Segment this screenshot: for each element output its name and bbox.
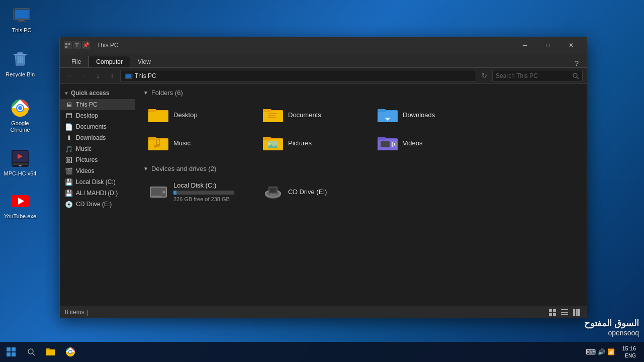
documents-sidebar-icon: 📄 <box>65 123 73 131</box>
svg-rect-66 <box>553 309 556 312</box>
folder-desktop[interactable]: Desktop <box>143 103 254 127</box>
desktop-icon-chrome[interactable]: Google Chrome <box>3 98 38 133</box>
drive-c-name: Local Disk (C:) <box>173 182 234 189</box>
recent-locations-button[interactable]: ↓ <box>92 70 104 82</box>
sidebar-thispc-label: This PC <box>76 101 98 108</box>
tray-icon-2[interactable]: 🔊 <box>598 348 605 355</box>
desktop-icon-recycle[interactable]: Recycle Bin <box>3 49 38 78</box>
title-bar-icons: 📌 <box>64 41 90 49</box>
svg-rect-52 <box>395 141 397 147</box>
sidebar-item-pictures[interactable]: 🖼 Pictures <box>60 154 135 165</box>
folders-section-label: Folders (6) <box>151 89 183 97</box>
folder-music[interactable]: Music <box>143 131 254 155</box>
watermark-line1: السوق المفتوح <box>584 318 639 329</box>
svg-rect-78 <box>12 352 16 356</box>
sidebar-item-alimahdi[interactable]: 💾 ALI MAHDI (D:) <box>60 188 135 199</box>
view-btn-1[interactable] <box>547 307 558 317</box>
svg-rect-64 <box>269 188 277 193</box>
svg-point-44 <box>268 143 270 145</box>
tray-icon-3[interactable]: 📶 <box>607 348 615 355</box>
help-button[interactable]: ? <box>571 59 583 67</box>
folder-pictures-label: Pictures <box>288 139 312 147</box>
taskbar-search-button[interactable] <box>22 342 40 362</box>
devices-arrow: ▼ <box>143 166 148 171</box>
minimize-button[interactable]: ─ <box>513 37 536 53</box>
drive-e[interactable]: CD Drive (E:) <box>258 178 369 205</box>
titlebar-icon-1[interactable] <box>64 41 72 49</box>
desktop-icon-youtube[interactable]: YouTube.exe <box>3 191 38 220</box>
thispc-icon <box>12 5 32 25</box>
tab-computer[interactable]: Computer <box>88 56 130 67</box>
tab-file[interactable]: File <box>64 56 88 67</box>
sidebar-item-downloads[interactable]: ⬇ Downloads <box>60 132 135 143</box>
drive-c[interactable]: Local Disk (C:) 226 GB free of 238 GB <box>143 178 254 205</box>
pictures-sidebar-icon: 🖼 <box>65 156 73 164</box>
desktop-icon-thispc[interactable]: This PC <box>4 5 39 34</box>
svg-rect-75 <box>7 347 11 351</box>
quick-access-section[interactable]: ▼ Quick access <box>60 87 135 99</box>
music-sidebar-icon: 🎵 <box>65 145 73 153</box>
folder-pictures[interactable]: Pictures <box>258 131 369 155</box>
svg-rect-71 <box>561 314 568 315</box>
taskbar-chrome-button[interactable] <box>60 342 80 362</box>
ribbon-tabs: File Computer View ? <box>60 53 587 67</box>
search-placeholder: Search This PC <box>496 72 538 79</box>
drive-c-info: Local Disk (C:) 226 GB free of 238 GB <box>173 182 234 202</box>
up-button[interactable]: ↑ <box>106 70 118 82</box>
sidebar-desktop-label: Desktop <box>76 112 98 119</box>
thispc-sidebar-icon: 🖥 <box>65 101 73 109</box>
folders-grid: Desktop Documents <box>143 103 579 155</box>
search-box[interactable]: Search This PC <box>492 70 583 82</box>
svg-rect-48 <box>378 137 386 140</box>
sidebar-item-music[interactable]: 🎵 Music <box>60 143 135 154</box>
svg-rect-68 <box>553 313 556 316</box>
main-area: ▼ Quick access 🖥 This PC 🗔 Desktop 📄 Doc… <box>60 84 587 306</box>
taskbar-explorer-button[interactable] <box>40 342 60 362</box>
devices-section-header[interactable]: ▼ Devices and drives (2) <box>143 165 579 172</box>
back-button[interactable]: ← <box>64 70 76 82</box>
folders-section-header[interactable]: ▼ Folders (6) <box>143 89 579 97</box>
pictures-folder-icon <box>263 134 283 152</box>
maximize-button[interactable]: □ <box>536 37 560 53</box>
localdisk-sidebar-icon: 💾 <box>65 178 73 186</box>
drives-grid: Local Disk (C:) 226 GB free of 238 GB <box>143 178 579 205</box>
close-button[interactable]: ✕ <box>560 37 583 53</box>
address-path[interactable]: This PC <box>120 70 476 82</box>
tab-view[interactable]: View <box>130 56 158 67</box>
downloads-folder-icon <box>378 106 398 124</box>
sidebar-item-thispc[interactable]: 🖥 This PC <box>60 99 135 110</box>
folder-videos[interactable]: Videos <box>373 131 483 155</box>
mpc-icon <box>10 148 30 168</box>
documents-folder-icon <box>263 106 283 124</box>
sidebar-item-videos[interactable]: 🎬 Videos <box>60 165 135 176</box>
videos-sidebar-icon: 🎬 <box>65 167 73 175</box>
forward-button[interactable]: → <box>78 70 90 82</box>
svg-rect-70 <box>561 312 568 313</box>
svg-rect-72 <box>573 309 575 316</box>
sidebar: ▼ Quick access 🖥 This PC 🗔 Desktop 📄 Doc… <box>60 84 135 306</box>
svg-rect-26 <box>263 111 283 122</box>
folder-downloads-label: Downloads <box>403 111 435 119</box>
titlebar-icon-2[interactable] <box>73 41 81 49</box>
tray-icon-1[interactable]: ⌨ <box>586 348 596 356</box>
taskbar-right: ⌨ 🔊 📶 15:16 ENG <box>586 345 644 358</box>
start-button[interactable] <box>0 342 22 362</box>
videos-folder-icon <box>378 134 398 152</box>
folder-downloads[interactable]: Downloads <box>373 103 483 127</box>
view-btn-2[interactable] <box>560 307 570 317</box>
taskbar-clock[interactable]: 15:16 ENG <box>618 345 640 358</box>
titlebar-pin-btn[interactable]: 📌 <box>82 41 90 49</box>
desktop-icon-mpc[interactable]: MPC-HC x64 <box>3 148 38 177</box>
view-btn-3[interactable] <box>572 307 582 317</box>
sidebar-item-desktop[interactable]: 🗔 Desktop <box>60 110 135 121</box>
folder-documents[interactable]: Documents <box>258 103 369 127</box>
sidebar-item-documents[interactable]: 📄 Documents <box>60 121 135 132</box>
alimahdi-sidebar-icon: 💾 <box>65 189 73 197</box>
svg-rect-67 <box>549 313 552 316</box>
sidebar-item-cddrive[interactable]: 💿 CD Drive (E:) <box>60 199 135 210</box>
sidebar-item-localdisk[interactable]: 💾 Local Disk (C:) <box>60 176 135 188</box>
folders-arrow: ▼ <box>143 90 148 96</box>
refresh-button[interactable]: ↻ <box>478 70 490 82</box>
sidebar-music-label: Music <box>76 145 91 152</box>
folder-videos-label: Videos <box>403 139 423 147</box>
